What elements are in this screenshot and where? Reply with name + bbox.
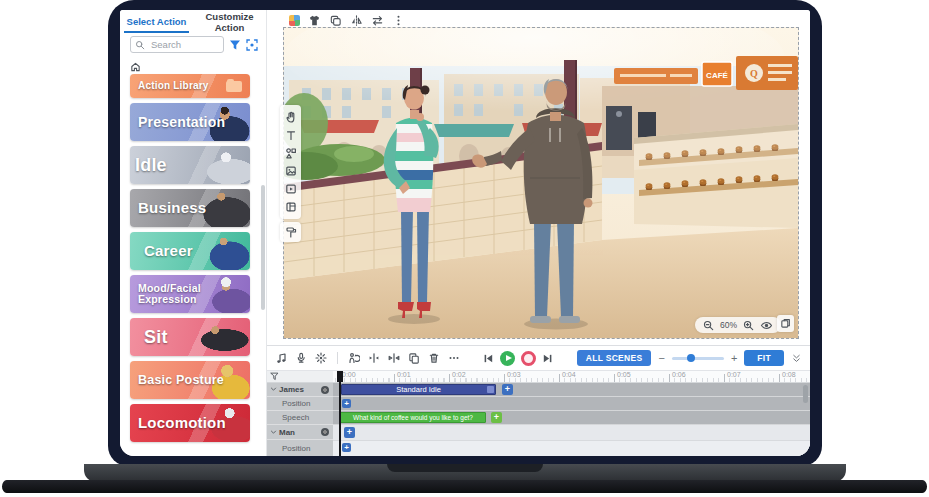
slider-thumb[interactable] bbox=[687, 354, 695, 362]
category-basic-posture[interactable]: Basic Posture bbox=[130, 361, 250, 399]
microphone-icon[interactable] bbox=[295, 352, 307, 364]
timeline: ALL SCENES − + FIT bbox=[267, 345, 810, 456]
chevron-down-icon[interactable] bbox=[270, 429, 277, 436]
skip-start-icon[interactable] bbox=[483, 353, 494, 364]
flip-horizontal-icon[interactable] bbox=[350, 14, 363, 27]
category-label: Business bbox=[130, 200, 206, 215]
track-row-james[interactable]: James bbox=[267, 383, 333, 397]
category-label: Career bbox=[130, 243, 193, 258]
objects-tool-icon[interactable] bbox=[285, 147, 297, 159]
collapse-chevrons-icon[interactable] bbox=[791, 353, 802, 364]
add-position-key-button[interactable]: + bbox=[342, 399, 351, 408]
cafe-logo-letter: Q bbox=[750, 68, 758, 79]
text-tool-icon[interactable] bbox=[285, 129, 297, 141]
image-tool-icon[interactable] bbox=[285, 165, 297, 177]
timeline-body: James Position Speech Man bbox=[267, 371, 810, 456]
delete-clip-icon[interactable] bbox=[428, 352, 440, 364]
video-tool-icon[interactable] bbox=[285, 183, 297, 195]
tab-customize-action[interactable]: Customize Action bbox=[193, 10, 266, 33]
ruler-label: 0:00 bbox=[342, 371, 356, 378]
track-row-speech[interactable]: Speech bbox=[267, 411, 333, 425]
prop-panel-icon[interactable] bbox=[285, 201, 297, 213]
tab-select-action[interactable]: Select Action bbox=[120, 10, 193, 33]
category-idle[interactable]: Idle bbox=[130, 146, 250, 184]
effect-sparkle-icon[interactable] bbox=[315, 352, 327, 364]
zoom-out-icon[interactable] bbox=[703, 320, 714, 331]
chevron-down-icon[interactable] bbox=[270, 386, 277, 393]
search-field[interactable] bbox=[149, 38, 219, 51]
clip-resize-handle[interactable] bbox=[487, 386, 494, 393]
add-speech-clip-button[interactable]: + bbox=[491, 412, 502, 423]
home-icon[interactable] bbox=[130, 61, 141, 72]
trim-in-icon[interactable] bbox=[368, 352, 380, 364]
add-action-clip-button[interactable]: + bbox=[502, 384, 513, 395]
track-row-position-2[interactable]: Position bbox=[267, 440, 333, 456]
laptop-screen: Select Action Customize Action bbox=[108, 0, 822, 466]
filter-icon[interactable] bbox=[229, 39, 241, 51]
category-presentation[interactable]: Presentation bbox=[130, 103, 250, 141]
timeline-view-controls: ALL SCENES − + FIT bbox=[577, 350, 802, 366]
ruler-label: 0:02 bbox=[452, 371, 466, 378]
laptop-base-lip bbox=[2, 480, 927, 493]
category-action-library[interactable]: Action Library bbox=[130, 74, 250, 98]
content-palette-icon[interactable] bbox=[289, 15, 300, 26]
skip-end-icon[interactable] bbox=[542, 353, 553, 364]
home-row bbox=[120, 55, 266, 76]
track-name-column: James Position Speech Man bbox=[267, 371, 333, 456]
playhead-handle[interactable] bbox=[337, 371, 343, 382]
add-position2-key-button[interactable]: + bbox=[342, 443, 351, 452]
track-row-position[interactable]: Position bbox=[267, 397, 333, 411]
clip-speech[interactable]: What kind of coffee would you like to ge… bbox=[340, 412, 486, 423]
outfit-shirt-icon[interactable] bbox=[308, 14, 321, 27]
motion-reset-icon[interactable] bbox=[348, 352, 360, 364]
layout-panels-icon[interactable] bbox=[777, 315, 794, 332]
fit-button[interactable]: FIT bbox=[744, 350, 784, 366]
copy-clip-icon[interactable] bbox=[408, 352, 420, 364]
track-row-man[interactable]: Man bbox=[267, 425, 333, 440]
track-lanes[interactable]: 0:00 0:01 0:02 0:03 0:04 0:05 0:06 0:07 … bbox=[333, 371, 810, 456]
scene-canvas[interactable]: CAFÉ Q bbox=[283, 27, 799, 339]
record-button[interactable] bbox=[521, 351, 536, 366]
play-button[interactable] bbox=[500, 351, 515, 366]
ruler-label: 0:03 bbox=[507, 371, 521, 378]
visibility-eye-icon[interactable] bbox=[760, 320, 773, 331]
timeline-ruler[interactable]: 0:00 0:01 0:02 0:03 0:04 0:05 0:06 0:07 … bbox=[333, 371, 810, 383]
transport-controls bbox=[483, 351, 553, 366]
zoom-in-icon[interactable] bbox=[743, 320, 754, 331]
playhead[interactable] bbox=[339, 371, 341, 456]
add-man-clip-button[interactable]: + bbox=[344, 427, 355, 438]
category-locomotion[interactable]: Locomotion bbox=[130, 404, 250, 442]
track-filter-icon[interactable] bbox=[270, 372, 279, 381]
app-window: Select Action Customize Action bbox=[120, 10, 810, 456]
duplicate-icon[interactable] bbox=[329, 14, 342, 27]
category-sit[interactable]: Sit bbox=[130, 318, 250, 356]
fit-view-icon[interactable] bbox=[246, 39, 258, 51]
category-business[interactable]: Business bbox=[130, 189, 250, 227]
cafe-sign-text: CAFÉ bbox=[706, 71, 728, 80]
track-record-icon[interactable] bbox=[321, 428, 329, 436]
paint-roller-icon[interactable] bbox=[285, 226, 297, 238]
all-scenes-button[interactable]: ALL SCENES bbox=[577, 350, 652, 366]
more-horizontal-icon[interactable] bbox=[448, 352, 460, 364]
track-record-icon[interactable] bbox=[321, 386, 329, 394]
swap-arrows-icon[interactable] bbox=[371, 14, 384, 27]
clip-standard-idle[interactable]: Standard Idle bbox=[341, 384, 496, 395]
scene-illustration: CAFÉ Q bbox=[284, 28, 798, 338]
category-label: Mood/Facial Expression bbox=[130, 283, 200, 304]
search-input[interactable] bbox=[130, 36, 224, 53]
man-track-group-lane bbox=[333, 425, 810, 441]
sidebar-scrollbar[interactable] bbox=[261, 185, 265, 310]
category-career[interactable]: Career bbox=[130, 232, 250, 270]
ruler-label: 0:04 bbox=[562, 371, 576, 378]
timeline-zoom-in[interactable]: + bbox=[731, 353, 737, 364]
audio-track-icon[interactable] bbox=[275, 352, 287, 364]
timeline-zoom-slider[interactable] bbox=[672, 357, 724, 360]
category-mood-facial-expression[interactable]: Mood/Facial Expression bbox=[130, 275, 250, 313]
trim-out-icon[interactable] bbox=[388, 352, 400, 364]
tab-customize-action-label: Customize Action bbox=[193, 11, 266, 33]
more-vertical-icon[interactable] bbox=[392, 14, 405, 27]
toolbar-divider bbox=[337, 352, 338, 364]
timeline-scrollbar[interactable] bbox=[803, 385, 808, 403]
timeline-zoom-out[interactable]: − bbox=[658, 353, 664, 364]
pan-hand-icon[interactable] bbox=[285, 111, 297, 123]
